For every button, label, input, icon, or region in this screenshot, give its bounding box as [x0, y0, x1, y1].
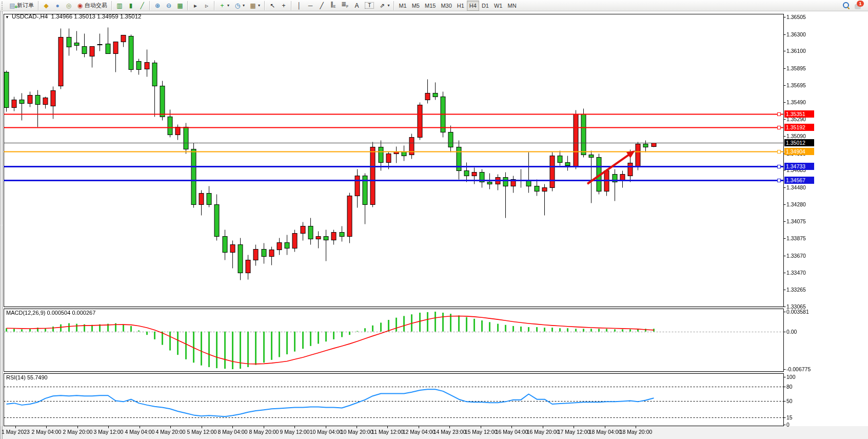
toolbar-separator	[38, 1, 39, 10]
toolbar-separator	[214, 1, 215, 10]
line-chart-icon: ╱	[139, 3, 145, 9]
chevron-down-icon: ▾	[387, 3, 389, 8]
horizontal-line-icon: ─	[307, 3, 313, 9]
cursor-icon: ↖	[269, 3, 275, 9]
toolbar-separator	[187, 1, 188, 10]
text-label-button[interactable]: T	[362, 1, 377, 11]
periods-button[interactable]: ◷▾	[232, 1, 247, 11]
auto-scroll-button[interactable]: ▸	[190, 1, 201, 11]
candlestick-chart-icon: ▮	[128, 3, 134, 9]
signals-button[interactable]: ◎	[63, 1, 74, 11]
toolbar-buttons: ▤+新订单◆●◎◉自动交易▥▮╱⊕⊖▦▸▹+▾◷▾▦▾↖+│─╱∥E≣FAT⇗▾	[7, 1, 396, 11]
zoom-out-button[interactable]: ⊖	[163, 1, 174, 11]
text-label-icon: T	[365, 2, 374, 9]
vertical-line-button[interactable]: │	[293, 1, 305, 11]
zoom-out-icon: ⊖	[166, 3, 172, 9]
toolbar-right: 1	[843, 2, 868, 9]
cursor-button[interactable]: ↖	[267, 1, 278, 11]
search-button[interactable]	[843, 2, 850, 9]
market-watch-button[interactable]: ●	[52, 1, 63, 11]
fibonacci-icon: ≣F	[341, 1, 348, 10]
chart-window: ▼USDCAD-,H4 1.34966 1.35013 1.34959 1.35…	[0, 11, 868, 439]
chevron-down-icon: ▾	[243, 3, 245, 8]
crosshair-button[interactable]: +	[278, 1, 289, 11]
bar-chart-button[interactable]: ▥	[114, 1, 125, 11]
zoom-in-icon: ⊕	[154, 3, 161, 9]
new-order-label: 新订单	[17, 2, 34, 9]
timeframe-mn-button[interactable]: MN	[505, 1, 519, 11]
market-watch-icon: ●	[54, 3, 61, 9]
zoom-in-button[interactable]: ⊕	[152, 1, 163, 11]
chevron-down-icon: ▾	[258, 3, 260, 8]
bar-chart-icon: ▥	[116, 3, 123, 9]
vertical-line-icon: │	[296, 3, 302, 9]
crosshair-icon: +	[281, 3, 287, 9]
fibonacci-button[interactable]: ≣F	[339, 1, 351, 11]
indicators-icon: +	[219, 3, 225, 9]
chart-shift-button[interactable]: ▹	[201, 1, 212, 11]
notifications-button[interactable]: 1	[855, 2, 863, 9]
toolbar-separator	[111, 1, 112, 10]
trendline-icon: ╱	[319, 3, 325, 9]
horizontal-line-button[interactable]: ─	[305, 1, 316, 11]
timeframe-w1-button[interactable]: W1	[491, 1, 505, 11]
equidistant-channel-button[interactable]: ∥E	[327, 1, 339, 11]
arrows-button[interactable]: ⇗▾	[377, 1, 392, 11]
auto-scroll-icon: ▸	[192, 3, 199, 9]
profiles-button[interactable]: ◆	[41, 1, 52, 11]
candlestick-chart-button[interactable]: ▮	[125, 1, 136, 11]
text-button[interactable]: A	[351, 1, 362, 11]
tile-windows-icon: ▦	[177, 3, 183, 9]
candlestick-chart[interactable]	[0, 11, 868, 439]
toolbar: ▤+新订单◆●◎◉自动交易▥▮╱⊕⊖▦▸▹+▾◷▾▦▾↖+│─╱∥E≣FAT⇗▾…	[0, 0, 868, 11]
toolbar-separator	[291, 1, 292, 10]
text-icon: A	[353, 3, 360, 9]
periods-icon: ◷	[234, 3, 241, 9]
timeframe-h4-button[interactable]: H4	[467, 1, 479, 11]
mt4-application: ▤+新订单◆●◎◉自动交易▥▮╱⊕⊖▦▸▹+▾◷▾▦▾↖+│─╱∥E≣FAT⇗▾…	[0, 0, 868, 439]
profiles-icon: ◆	[43, 3, 49, 9]
toolbar-grip	[2, 2, 5, 10]
templates-button[interactable]: ▦▾	[247, 1, 263, 11]
equidistant-channel-icon: ∥E	[330, 1, 336, 10]
toolbar-separator	[264, 1, 265, 10]
timeframe-m15-button[interactable]: M15	[422, 1, 438, 11]
line-chart-button[interactable]: ╱	[136, 1, 148, 11]
new-order-icon: ▤+	[9, 3, 15, 9]
notification-badge: 1	[857, 1, 864, 7]
toolbar-separator	[149, 1, 150, 10]
timeframe-h1-button[interactable]: H1	[455, 1, 467, 11]
timeframe-m5-button[interactable]: M5	[409, 1, 422, 11]
signals-icon: ◎	[66, 3, 72, 9]
timeframe-m1-button[interactable]: M1	[396, 1, 409, 11]
new-order-button[interactable]: ▤+新订单	[7, 1, 36, 11]
timeframe-m30-button[interactable]: M30	[438, 1, 454, 11]
chevron-down-icon: ▾	[227, 3, 229, 8]
templates-icon: ▦	[250, 3, 256, 9]
chart-shift-icon: ▹	[204, 3, 210, 9]
timeframe-d1-button[interactable]: D1	[479, 1, 491, 11]
timeframe-toolbar: M1M5M15M30H1H4D1W1MN	[396, 1, 519, 11]
toolbar-separator	[393, 1, 394, 10]
tile-windows-button[interactable]: ▦	[174, 1, 186, 11]
auto-trading-label: 自动交易	[85, 2, 107, 9]
auto-trading-button[interactable]: ◉自动交易	[74, 1, 110, 11]
indicators-button[interactable]: +▾	[216, 1, 232, 11]
auto-trading-icon: ◉	[77, 3, 83, 9]
arrows-icon: ⇗	[379, 3, 385, 9]
trendline-button[interactable]: ╱	[316, 1, 327, 11]
